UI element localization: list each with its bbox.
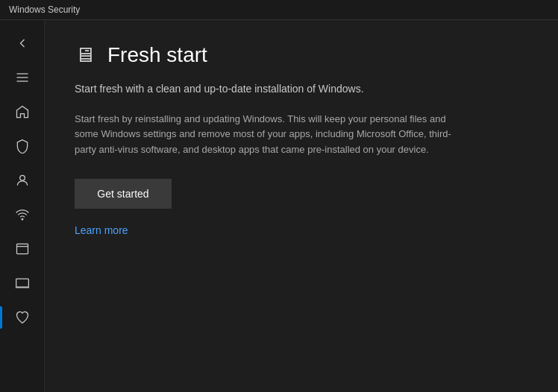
get-started-button[interactable]: Get started	[75, 179, 172, 209]
person-icon	[15, 173, 30, 188]
learn-more-link[interactable]: Learn more	[75, 224, 128, 236]
svg-point-4	[22, 218, 23, 220]
sidebar-item-back[interactable]	[0, 26, 44, 60]
menu-icon	[15, 70, 30, 85]
svg-point-3	[19, 175, 25, 180]
sidebar-item-home[interactable]	[0, 95, 44, 129]
svg-rect-5	[16, 244, 28, 253]
sidebar-item-menu[interactable]	[0, 60, 44, 95]
app-title: Windows Security	[9, 4, 80, 15]
shield-icon	[15, 139, 30, 154]
sidebar-item-virus[interactable]	[0, 129, 44, 163]
sidebar-item-browser[interactable]	[0, 232, 44, 266]
page-subtitle: Start fresh with a clean and up-to-date …	[75, 82, 528, 97]
sidebar-item-device[interactable]	[0, 266, 44, 300]
page-title: Fresh start	[107, 43, 207, 67]
sidebar-item-health[interactable]	[0, 300, 44, 335]
heart-icon	[15, 310, 30, 325]
browser-icon	[15, 241, 30, 256]
laptop-icon	[15, 276, 30, 291]
page-header: 🖥 Fresh start	[75, 42, 528, 67]
wifi-icon	[15, 207, 30, 222]
svg-rect-7	[16, 279, 28, 287]
home-icon	[15, 104, 30, 119]
fresh-start-icon: 🖥	[75, 42, 95, 67]
title-bar: Windows Security	[0, 0, 558, 20]
app-container: 🖥 Fresh start Start fresh with a clean a…	[0, 20, 558, 392]
main-content: 🖥 Fresh start Start fresh with a clean a…	[45, 20, 558, 392]
back-icon	[15, 36, 30, 51]
sidebar-item-account[interactable]	[0, 163, 44, 197]
sidebar	[0, 20, 45, 392]
page-description: Start fresh by reinstalling and updating…	[75, 112, 463, 158]
sidebar-item-network[interactable]	[0, 197, 44, 232]
